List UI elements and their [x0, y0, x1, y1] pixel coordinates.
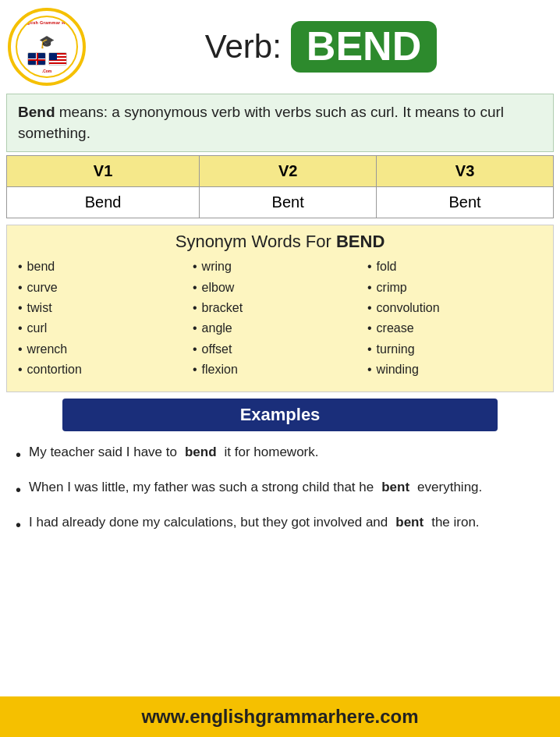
- synonym-col-2: wringelbowbracketangleoffsetflexion: [193, 258, 367, 381]
- verb-v1: Bend: [7, 187, 200, 218]
- list-item: turning: [367, 341, 542, 358]
- verb-forms-table: V1 V2 V3 Bend Bent Bent: [6, 155, 554, 218]
- definition-bold: Bend: [18, 104, 55, 120]
- list-item: My teacher said I have to bend it for ho…: [16, 442, 544, 466]
- list-item: offset: [193, 341, 367, 358]
- synonym-title-bold: BEND: [336, 232, 385, 251]
- synonym-col-3: foldcrimpconvolutioncreaseturningwinding: [367, 258, 542, 381]
- footer: www.englishgrammarhere.com: [0, 696, 560, 737]
- header-title: Verb: BEND: [94, 21, 548, 72]
- table-header-row: V1 V2 V3: [7, 156, 554, 187]
- table-header-v3: V3: [377, 156, 554, 187]
- verb-v3: Bent: [377, 187, 554, 218]
- list-item: convolution: [367, 299, 542, 317]
- list-item: curl: [18, 320, 193, 337]
- list-item: When I was little, my father was such a …: [16, 477, 544, 501]
- logo-text-top: English Grammar Here: [21, 20, 73, 25]
- synonym-columns: bendcurvetwistcurlwrenchcontortion wring…: [18, 258, 542, 381]
- logo-flags: [27, 52, 67, 66]
- table-header-v2: V2: [200, 156, 377, 187]
- table-header-v1: V1: [7, 156, 200, 187]
- definition-box: Bend means: a synonymous verb with verbs…: [6, 94, 554, 152]
- mortarboard-icon: 🎓: [39, 34, 55, 49]
- table-data-row: Bend Bent Bent: [7, 187, 554, 218]
- examples-header: Examples: [62, 399, 498, 431]
- footer-url: www.englishgrammarhere.com: [141, 706, 418, 727]
- list-item: wring: [193, 258, 367, 275]
- verb-label: Verb:: [205, 28, 282, 66]
- synonym-title-normal: Synonym Words For: [175, 232, 336, 251]
- examples-list: My teacher said I have to bend it for ho…: [0, 434, 560, 696]
- list-item: angle: [193, 320, 367, 337]
- synonym-title: Synonym Words For BEND: [18, 232, 542, 252]
- definition-text: means: a synonymous verb with verbs such…: [18, 104, 504, 141]
- list-item: curve: [18, 279, 193, 296]
- synonym-box: Synonym Words For BEND bendcurvetwistcur…: [6, 225, 554, 392]
- list-item: wrench: [18, 341, 193, 358]
- list-item: bracket: [193, 299, 367, 317]
- verb-v2: Bent: [200, 187, 377, 218]
- logo: English Grammar Here 🎓: [8, 8, 86, 86]
- header: English Grammar Here 🎓: [0, 0, 560, 94]
- list-item: bend: [18, 258, 193, 275]
- list-item: elbow: [193, 279, 367, 296]
- list-item: fold: [367, 258, 542, 275]
- list-item: winding: [367, 361, 542, 378]
- list-item: twist: [18, 299, 193, 317]
- verb-word-badge: BEND: [291, 21, 437, 72]
- us-flag-icon: [48, 52, 67, 66]
- list-item: crease: [367, 320, 542, 337]
- uk-flag-icon: [27, 52, 46, 66]
- list-item: I had already done my calculations, but …: [16, 512, 544, 537]
- list-item: contortion: [18, 361, 193, 378]
- synonym-col-1: bendcurvetwistcurlwrenchcontortion: [18, 258, 193, 381]
- list-item: flexion: [193, 361, 367, 378]
- list-item: crimp: [367, 279, 542, 296]
- logo-text-bottom: .Com: [42, 69, 52, 73]
